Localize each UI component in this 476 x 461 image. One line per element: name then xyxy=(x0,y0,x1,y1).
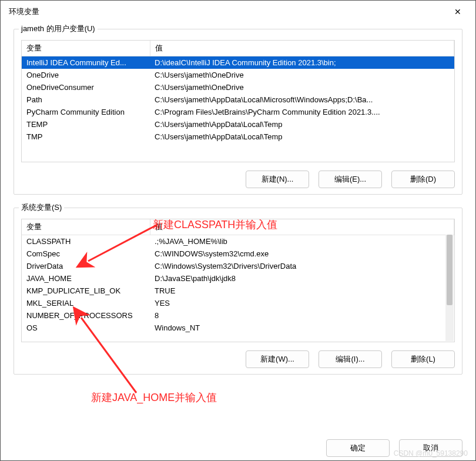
col-header-variable[interactable]: 变量 xyxy=(22,41,150,56)
table-row[interactable]: OneDriveC:\Users\jameth\OneDrive xyxy=(22,69,454,81)
dialog-footer: 确定 取消 xyxy=(1,437,475,460)
cell-variable: OneDrive xyxy=(22,69,150,81)
table-row[interactable]: PyCharm Community EditionC:\Program File… xyxy=(22,106,454,118)
table-row[interactable]: OSWindows_NT xyxy=(22,322,454,334)
cell-value: C:\Users\jameth\OneDrive xyxy=(150,69,454,81)
ok-button[interactable]: 确定 xyxy=(326,439,390,457)
col-header-value[interactable]: 值 xyxy=(150,41,454,56)
cell-variable: IntelliJ IDEA Community Ed... xyxy=(22,56,150,69)
system-edit-button[interactable]: 编辑(I)... xyxy=(319,350,382,368)
cell-variable: CLASSPATH xyxy=(22,235,150,248)
system-vars-table-wrap: 变量 值 CLASSPATH.;%JAVA_HOME%\libComSpecC:… xyxy=(21,219,455,342)
cell-variable: TMP xyxy=(22,131,150,143)
user-vars-label: jameth 的用户变量(U) xyxy=(19,24,98,34)
system-vars-buttons: 新建(W)... 编辑(I)... 删除(L) xyxy=(21,350,455,368)
cell-value: D:\JavaSE\path\jdk\jdk8 xyxy=(150,272,454,285)
user-edit-button[interactable]: 编辑(E)... xyxy=(319,171,382,188)
table-row[interactable]: MKL_SERIALYES xyxy=(22,297,454,309)
cell-variable: TEMP xyxy=(22,118,150,131)
table-row[interactable]: ComSpecC:\WINDOWS\system32\cmd.exe xyxy=(22,248,454,260)
table-row[interactable]: NUMBER_OF_PROCESSORS8 xyxy=(22,309,454,322)
window-title: 环境变量 xyxy=(9,6,39,17)
cell-value: .;%JAVA_HOME%\lib xyxy=(150,235,454,248)
table-row[interactable]: PathC:\Users\jameth\AppData\Local\Micros… xyxy=(22,93,454,106)
user-vars-buttons: 新建(N)... 编辑(E)... 删除(D) xyxy=(21,171,455,188)
system-vars-scrollbar[interactable] xyxy=(445,235,454,341)
table-row[interactable]: DriverDataC:\Windows\System32\Drivers\Dr… xyxy=(22,260,454,272)
cell-value: C:\Users\jameth\AppData\Local\Temp xyxy=(150,118,454,131)
cell-variable: OS xyxy=(22,322,150,334)
col-header-variable[interactable]: 变量 xyxy=(22,219,150,235)
cell-value: TRUE xyxy=(150,285,454,297)
cell-variable: Path xyxy=(22,93,150,106)
table-row[interactable]: TEMPC:\Users\jameth\AppData\Local\Temp xyxy=(22,118,454,131)
cell-variable: MKL_SERIAL xyxy=(22,297,150,309)
table-row[interactable]: OneDriveConsumerC:\Users\jameth\OneDrive xyxy=(22,81,454,93)
table-row[interactable]: KMP_DUPLICATE_LIB_OKTRUE xyxy=(22,285,454,297)
cell-variable: NUMBER_OF_PROCESSORS xyxy=(22,309,150,322)
user-vars-table-wrap: 变量 值 IntelliJ IDEA Community Ed...D:\ide… xyxy=(21,40,455,162)
env-vars-dialog: 环境变量 ✕ jameth 的用户变量(U) 变量 值 IntelliJ IDE… xyxy=(0,0,476,461)
system-new-button[interactable]: 新建(W)... xyxy=(246,350,309,368)
user-delete-button[interactable]: 删除(D) xyxy=(391,171,455,188)
table-row[interactable]: JAVA_HOMED:\JavaSE\path\jdk\jdk8 xyxy=(22,272,454,285)
system-vars-label: 系统变量(S) xyxy=(19,202,64,213)
system-delete-button[interactable]: 删除(L) xyxy=(391,350,455,368)
close-icon: ✕ xyxy=(454,7,461,16)
table-row[interactable]: TMPC:\Users\jameth\AppData\Local\Temp xyxy=(22,131,454,143)
user-vars-group: jameth 的用户变量(U) 变量 值 IntelliJ IDEA Commu… xyxy=(14,29,462,195)
cell-value: C:\Program Files\JetBrains\PyCharm Commu… xyxy=(150,106,454,118)
titlebar: 环境变量 ✕ xyxy=(1,1,475,23)
cell-value: Windows_NT xyxy=(150,322,454,334)
cell-value: C:\Users\jameth\OneDrive xyxy=(150,81,454,93)
cell-value: C:\Users\jameth\AppData\Local\Temp xyxy=(150,131,454,143)
cell-value: D:\ideaIC\IntelliJ IDEA Community Editio… xyxy=(150,56,454,69)
cell-value: YES xyxy=(150,297,454,309)
cell-variable: ComSpec xyxy=(22,248,150,260)
system-vars-group: 系统变量(S) 变量 值 CLASSPATH.;%JAVA_HOME%\libC… xyxy=(14,208,462,375)
cancel-button[interactable]: 取消 xyxy=(399,439,462,457)
user-vars-table[interactable]: 变量 值 IntelliJ IDEA Community Ed...D:\ide… xyxy=(22,41,454,143)
col-header-value[interactable]: 值 xyxy=(150,219,454,235)
cell-variable: JAVA_HOME xyxy=(22,272,150,285)
table-row[interactable]: IntelliJ IDEA Community Ed...D:\ideaIC\I… xyxy=(22,56,454,69)
cell-variable: DriverData xyxy=(22,260,150,272)
user-new-button[interactable]: 新建(N)... xyxy=(246,171,309,188)
scroll-thumb[interactable] xyxy=(447,235,452,305)
close-button[interactable]: ✕ xyxy=(447,5,468,18)
cell-value: C:\WINDOWS\system32\cmd.exe xyxy=(150,248,454,260)
cell-value: C:\Users\jameth\AppData\Local\Microsoft\… xyxy=(150,93,454,106)
cell-variable: PyCharm Community Edition xyxy=(22,106,150,118)
system-vars-table[interactable]: 变量 值 CLASSPATH.;%JAVA_HOME%\libComSpecC:… xyxy=(22,219,454,334)
cell-variable: OneDriveConsumer xyxy=(22,81,150,93)
cell-variable: KMP_DUPLICATE_LIB_OK xyxy=(22,285,150,297)
cell-value: C:\Windows\System32\Drivers\DriverData xyxy=(150,260,454,272)
cell-value: 8 xyxy=(150,309,454,322)
table-row[interactable]: CLASSPATH.;%JAVA_HOME%\lib xyxy=(22,235,454,248)
dialog-content: jameth 的用户变量(U) 变量 值 IntelliJ IDEA Commu… xyxy=(1,23,475,437)
